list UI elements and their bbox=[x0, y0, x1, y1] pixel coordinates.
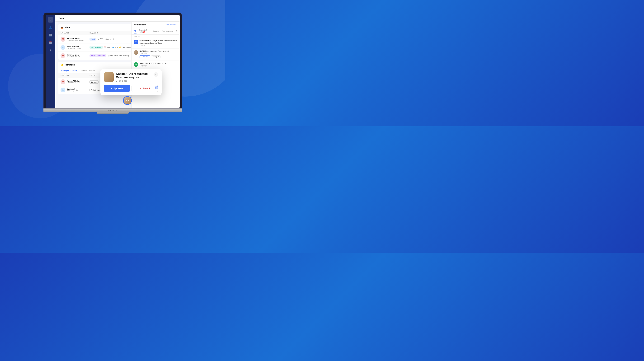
laptop-container: ⌂ 👤 📄 📅 ⚙ Home bbox=[44, 12, 182, 114]
emp-details-3: Hanan Al-Bishi Call Center - 455115 bbox=[67, 54, 80, 58]
notif-time-3: 2 days ago bbox=[140, 65, 168, 66]
sidebar-icon-users[interactable]: 👤 bbox=[48, 24, 54, 30]
emp-role-1: Product Manager - 453320 bbox=[67, 40, 84, 41]
rem-details-2: Saud Al-Sheri HR Manager - 292 bbox=[67, 88, 78, 92]
popup-buttons: ✓ Approve ✕ Reject bbox=[104, 85, 158, 92]
employee-info-1: SJ Sarah Al-Jehani Product Manager - 453… bbox=[60, 37, 90, 42]
notif-section-earlier: Earlier bbox=[132, 34, 180, 38]
popup-info: Khalid Al-Ali requested Overtime request… bbox=[116, 72, 151, 82]
rem-name-2: Saud Al-Sheri bbox=[67, 88, 78, 90]
notif-reject-naif[interactable]: ✕ Reject bbox=[151, 55, 160, 58]
notif-tab-announcements[interactable]: Announcements bbox=[162, 29, 174, 34]
meta-dates: 📅 Sunday 11, Feb - Tuesday 13, Feb bbox=[108, 55, 135, 56]
notif-text-2: Naif Al-Mutiri requested Excuse request bbox=[140, 50, 169, 52]
notif-tabs-row: All Requests & Tasks 1 Updates Announcem… bbox=[132, 28, 180, 34]
rem-name-1: Asmaa Al-Saleh bbox=[67, 80, 80, 82]
notif-tab-requests[interactable]: Requests & Tasks 1 bbox=[138, 28, 151, 34]
reminders-title: Reminders bbox=[64, 64, 75, 66]
avatar-sarah: SJ bbox=[60, 37, 65, 42]
employee-info-3: HB Hanan Al-Bishi Call Center - 455115 bbox=[60, 53, 90, 58]
notif-settings-icon[interactable]: ⚙ bbox=[176, 30, 178, 32]
popup-bottom-avatar-inner: KA bbox=[124, 97, 131, 104]
avatar-yaser: YH bbox=[60, 45, 65, 50]
badge-contract: Contract bbox=[90, 80, 98, 84]
approve-check-icon: ✓ bbox=[110, 87, 113, 90]
rem-employee-2: SS Saud Al-Sheri HR Manager - 292 bbox=[60, 88, 90, 92]
meta-plus4: ⊞ +4 bbox=[110, 38, 114, 40]
grid-icon: ⊞ bbox=[110, 38, 111, 40]
popup-top: Khalid Al-Ali requested Overtime request… bbox=[104, 72, 158, 82]
top-bar: Home bbox=[55, 15, 180, 22]
rem-employee-1: AS Asmaa Al-Saleh Front End Dev - 306 bbox=[60, 79, 90, 84]
sidebar-icon-docs[interactable]: 📄 bbox=[48, 32, 54, 38]
avatar-asmaa: AS bbox=[60, 79, 65, 84]
badge-asset: Asset bbox=[90, 38, 96, 40]
notif-item-welcome[interactable]: FA welcome Faisal Al-Najai to the team a… bbox=[132, 38, 180, 48]
notif-top-3: AS Ahmed Salem requested Annual leave 2 … bbox=[134, 62, 178, 67]
avatar-hanan: HB bbox=[60, 53, 65, 58]
employee-info-2: YH Yaser Al-Harbi Eng Manager - 455104 bbox=[60, 45, 90, 50]
cursor-pointer bbox=[155, 86, 158, 89]
notif-item-ahmed[interactable]: AS Ahmed Salem requested Annual leave 2 … bbox=[132, 61, 180, 69]
meta-tv-laptop: 🖥 TV & Laptop bbox=[98, 38, 109, 40]
emp-details-1: Sarah Al-Jehani Product Manager - 453320 bbox=[67, 38, 84, 41]
notif-text-1: welcome Faisal Al-Najai to the team and … bbox=[140, 40, 178, 44]
popup-person-name: Khalid Al-Ali requested Overtime request bbox=[116, 72, 151, 79]
money-icon: 💰 bbox=[119, 46, 121, 48]
mark-all-read-button[interactable]: ✓ Mark all as read bbox=[164, 24, 178, 26]
laptop-bezel: ⌂ 👤 📄 📅 ⚙ Home bbox=[44, 12, 182, 108]
notif-content-3: Ahmed Salem requested Annual leave 2 day… bbox=[140, 62, 168, 66]
check-icon: ✓ bbox=[164, 24, 166, 26]
popup-name-bold: Khalid Al-Ali bbox=[116, 72, 133, 76]
rem-role-1: Front End Dev - 306 bbox=[67, 82, 80, 84]
notif-text-3: Ahmed Salem requested Annual leave bbox=[140, 62, 168, 64]
reject-x-icon: ✕ bbox=[140, 87, 142, 90]
sidebar: ⌂ 👤 📄 📅 ⚙ bbox=[46, 15, 55, 108]
requests-badge: 1 bbox=[143, 31, 145, 33]
popup-avatar-image bbox=[104, 72, 114, 82]
popup-close-button[interactable]: ✕ bbox=[154, 72, 158, 77]
notif-avatar-naif bbox=[134, 50, 138, 55]
page-title: Home bbox=[58, 17, 64, 19]
popup-approve-button[interactable]: ✓ Approve bbox=[104, 85, 130, 92]
meta-march: 📅 March bbox=[104, 46, 111, 48]
emp-name-3: Hanan Al-Bishi bbox=[67, 54, 80, 56]
notif-actions-2: ✓ Approve ✕ Reject bbox=[140, 55, 169, 58]
notif-content-1: welcome Faisal Al-Najai to the team and … bbox=[140, 40, 178, 46]
notif-item-naif[interactable]: Naif Al-Mutiri requested Excuse request … bbox=[132, 48, 180, 61]
emp-role-2: Eng Manager - 455104 bbox=[67, 48, 82, 49]
rem-header-employee: Employee bbox=[60, 74, 90, 76]
emp-name-2: Yaser Al-Harbi bbox=[67, 46, 82, 48]
popup-card: Khalid Al-Ali requested Overtime request… bbox=[100, 69, 162, 95]
badge-vacation: Vacation Settlement bbox=[90, 54, 106, 57]
tab-company-docs[interactable]: Company Docs (5) bbox=[80, 68, 95, 73]
notif-top-1: FA welcome Faisal Al-Najai to the team a… bbox=[134, 40, 178, 46]
emp-role-3: Call Center - 455115 bbox=[67, 56, 80, 58]
notif-avatar-fa: FA bbox=[134, 40, 138, 44]
popup-reject-button[interactable]: ✕ Reject bbox=[132, 85, 158, 92]
calendar-icon-2: 📅 bbox=[108, 55, 110, 56]
emp-details-2: Yaser Al-Harbi Eng Manager - 455104 bbox=[67, 46, 82, 49]
laptop-base: MacBook Pro bbox=[44, 108, 182, 112]
notif-content-2: Naif Al-Mutiri requested Excuse request … bbox=[140, 50, 169, 58]
notif-time-2: 2 days ago bbox=[140, 53, 169, 54]
meta-people: 👥 120 bbox=[112, 46, 118, 48]
sidebar-icon-calendar[interactable]: 📅 bbox=[48, 40, 54, 46]
popup-time: 2 Hours ago bbox=[116, 80, 151, 82]
sidebar-icon-home[interactable]: ⌂ bbox=[48, 17, 54, 22]
tv-icon: 🖥 bbox=[98, 38, 99, 40]
notif-top-2: Naif Al-Mutiri requested Excuse request … bbox=[134, 50, 178, 58]
notif-approve-naif[interactable]: ✓ Approve bbox=[140, 55, 150, 58]
tab-employee-docs[interactable]: Employee Docs (4) bbox=[60, 68, 77, 73]
notif-header: Notifications ✓ Mark all as read bbox=[132, 22, 180, 28]
notif-time-1: 1 day ago bbox=[140, 44, 178, 46]
notif-tab-updates[interactable]: Updates bbox=[153, 29, 159, 34]
laptop-stand bbox=[96, 112, 129, 114]
notif-title: Notifications bbox=[134, 24, 146, 26]
rem-details-1: Asmaa Al-Saleh Front End Dev - 306 bbox=[67, 80, 80, 84]
avatar-saud: SS bbox=[60, 88, 65, 92]
reminders-icon: 🔔 bbox=[60, 64, 63, 66]
notif-tab-all[interactable]: All bbox=[134, 29, 136, 34]
emp-name-1: Sarah Al-Jehani bbox=[67, 38, 84, 40]
sidebar-icon-settings[interactable]: ⚙ bbox=[48, 48, 54, 54]
